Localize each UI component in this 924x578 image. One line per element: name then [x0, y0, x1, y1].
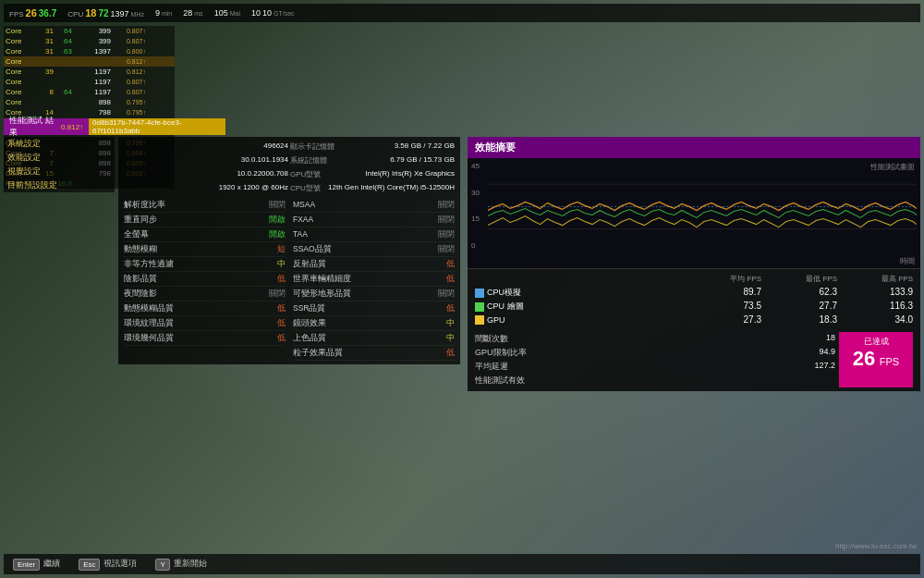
top-bar: FPS 26 36.7 CPU 18 72 1397 MHz 9 min 28 … [4, 4, 920, 22]
settings-info: 496624 顯示卡記憶體 3.58 GB / 7.22 GB 30.0.101… [124, 141, 455, 194]
metric-row: Core 8 64 1197 0.807↑ [4, 87, 175, 97]
uuid-label: 性能測試 結果 0.812↑ [4, 118, 89, 135]
menu-item-3[interactable]: 目前預設設定 [4, 178, 115, 192]
metric-row: Core 1197 0.807↑ [4, 77, 175, 87]
menu-overlay[interactable]: 系統設定效能設定視覺設定目前預設設定 [4, 137, 115, 192]
setting-row: 反射品質 低 [293, 257, 455, 272]
chart-area [488, 162, 917, 250]
ms-stat: 28 ms [183, 8, 202, 18]
perf-misc-row: 平均延遲 127.2 [475, 360, 835, 374]
setting-row: 環境紋理品質 低 [124, 316, 286, 331]
setting-row: 非等方性過濾 中 [124, 257, 286, 272]
bottom-key-enter[interactable]: Enter 繼續 [13, 559, 60, 571]
fps-label: FPS [9, 10, 24, 18]
setting-row: 鏡頭效果 中 [293, 316, 455, 331]
chart-x-label: 時間 [900, 256, 915, 266]
val10b: 10 [262, 8, 272, 18]
time-unit: min [162, 10, 172, 17]
setting-row: TAA 關閉 [293, 228, 455, 242]
performance-panel: 效能摘要 性能測試畫面 4530150 時間 平均 FPS最低 FPS最高 FP… [468, 137, 920, 391]
setting-row: 全螢幕 開啟 [124, 228, 286, 242]
bottom-key-esc[interactable]: Esc 視訊選項 [79, 559, 137, 571]
metric-row: Core 0.812↑ [4, 56, 175, 67]
info-row: GPU型號 Intel(R) Iris(R) Xe Graphics [290, 168, 455, 180]
val10a: 10 [251, 8, 261, 18]
perf-chart: 性能測試畫面 4530150 時間 [468, 158, 920, 269]
ms-val: 28 [183, 8, 192, 18]
setting-row: 環境幾何品質 低 [124, 331, 286, 346]
time-stat: 9 min [155, 8, 172, 18]
perf-stats: 平均 FPS最低 FPS最高 FPS CPU模擬 89.7 62.3 133.9… [468, 269, 920, 328]
stat-tag: CPU模擬 [475, 287, 686, 299]
setting-row: SSAO品質 關閉 [293, 242, 455, 257]
setting-row: 上色品質 中 [293, 331, 455, 346]
extra-stat2: 10 10 GT/sec [251, 8, 295, 18]
info-row: 顯示卡記憶體 3.58 GB / 7.22 GB [290, 141, 455, 153]
cpu-unit: MHz [131, 11, 144, 18]
menu-item-0[interactable]: 系統設定 [4, 137, 115, 151]
achieved-val: 26 FPS [846, 348, 906, 370]
metric-row: Core 39 1197 0.812↑ [4, 67, 175, 77]
ms-unit: ms [194, 10, 202, 17]
info-row: 30.0.101.1934 [124, 154, 288, 166]
cpu-v2: 72 [98, 8, 108, 18]
cpu-label: CPU [67, 10, 83, 18]
info-row: 系統記憶體 6.79 GB / 15.73 GB [290, 154, 455, 166]
cpu-stat: CPU 18 72 1397 MHz [67, 7, 144, 18]
val105: 105 [214, 8, 228, 18]
settings-panel: 496624 顯示卡記憶體 3.58 GB / 7.22 GB 30.0.101… [118, 137, 460, 364]
perf-header: 效能摘要 [468, 137, 920, 158]
extra-stat1: 105 Mal [214, 8, 240, 18]
watermark: http://www.lu-esc.com.tw [835, 542, 917, 550]
fps-sub-val: 36.7 [39, 8, 56, 18]
stat-tag: GPU [475, 314, 686, 325]
metric-row: Core 898 0.795↑ [4, 97, 175, 107]
setting-row: 重直同步 開啟 [124, 213, 286, 228]
info-row: 10.0.22000.708 [124, 168, 288, 180]
info-row: 496624 [124, 141, 288, 153]
setting-row: 動態模糊品質 低 [124, 301, 286, 316]
achieved-box: 已達成 26 FPS [839, 332, 913, 387]
stat-tag: CPU 繪圖 [475, 301, 686, 313]
settings-grid: 解析度比率 關閉 重直同步 開啟 全螢幕 開啟 動態模糊 短 非等方性過濾 中 … [124, 198, 455, 361]
info-row: CPU型號 12th Gen Intel(R) Core(TM) i5-1250… [290, 182, 455, 194]
bottom-bar: Enter 繼續 Esc 視訊選項 Y 重新開始 [4, 554, 920, 574]
metric-row: Core 31 64 399 0.807↑ [4, 36, 175, 46]
cpu-v1: 18 [85, 7, 96, 18]
fps-main-val: 26 [26, 7, 37, 18]
setting-row: 世界車輛精細度 低 [293, 272, 455, 287]
perf-misc-row: GPU限制比率 94.9 [475, 346, 835, 360]
setting-row: 可變形地形品質 關閉 [293, 287, 455, 301]
perf-misc-row: 間斷次數 18 [475, 332, 835, 346]
setting-row: 夜間陰影 關閉 [124, 287, 286, 301]
setting-row: SSR品質 低 [293, 301, 455, 316]
menu-item-1[interactable]: 效能設定 [4, 151, 115, 165]
setting-row: MSAA 關閉 [293, 198, 455, 213]
chart-svg [488, 162, 917, 252]
uuid-banner: 性能測試 結果 0.812↑ 0d8b317b-7447-4cfe-bce3-6… [4, 118, 225, 135]
menu-item-2[interactable]: 視覺設定 [4, 165, 115, 178]
chart-y-labels: 4530150 [471, 162, 480, 250]
time-val: 9 [155, 8, 160, 18]
perf-bottom: 間斷次數 18 GPU限制比率 94.9 平均延遲 127.2 性能測試有效 已… [468, 328, 920, 391]
setting-row: FXAA 關閉 [293, 213, 455, 228]
bottom-key-y[interactable]: Y 重新開始 [155, 559, 206, 571]
metric-row: Core 31 63 1397 0.800↑ [4, 46, 175, 56]
setting-row: 動態模糊 短 [124, 242, 286, 257]
perf-misc: 間斷次數 18 GPU限制比率 94.9 平均延遲 127.2 性能測試有效 [475, 332, 835, 387]
cpu-v3: 1397 [111, 9, 129, 18]
val105-unit: Mal [230, 10, 240, 17]
uuid-value: 0d8b317b-7447-4cfe-bce3-67f1011b3abb [89, 118, 225, 135]
val10-unit: GT/sec [274, 10, 295, 17]
setting-row: 粒子效果品質 低 [293, 346, 455, 361]
metric-row: Core 31 64 399 0.807↑ [4, 26, 175, 36]
perf-misc-row: 性能測試有效 [475, 374, 835, 387]
setting-row: 解析度比率 關閉 [124, 198, 286, 213]
info-row: 1920 x 1200 @ 60Hz [124, 182, 288, 194]
fps-stat: FPS 26 36.7 [9, 7, 56, 18]
setting-row: 陰影品質 低 [124, 272, 286, 287]
